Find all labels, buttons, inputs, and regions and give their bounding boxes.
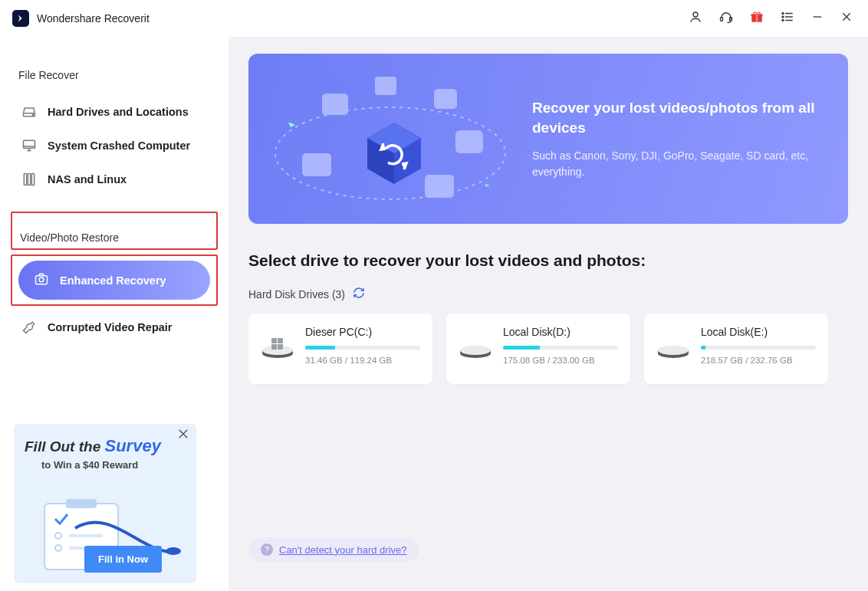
promo-cta-button[interactable]: Fill in Now (84, 546, 162, 573)
svg-point-57 (658, 346, 689, 355)
sidebar-item-drives[interactable]: Hard Drives and Locations (11, 95, 218, 129)
menu-list-icon[interactable] (781, 10, 794, 27)
sidebar-item-label: NAS and Linux (48, 173, 127, 186)
drive-usage-fill (305, 346, 335, 350)
drive-usage-fill (503, 346, 540, 350)
svg-point-16 (32, 114, 33, 115)
svg-rect-36 (302, 153, 331, 176)
svg-point-10 (782, 20, 784, 21)
gift-icon[interactable] (750, 10, 764, 27)
svg-rect-49 (278, 338, 283, 343)
minimize-button[interactable] (811, 11, 824, 26)
svg-point-0 (693, 12, 698, 17)
title-bar: Wondershare Recoverit (0, 0, 868, 37)
drive-size-text: 218.57 GB / 232.76 GB (701, 356, 816, 365)
drive-name: Local Disk(D:) (503, 326, 618, 338)
svg-point-25 (39, 277, 44, 282)
app-title: Wondershare Recoverit (37, 12, 150, 25)
banner-title: Recover your lost videos/photos from all… (532, 98, 817, 137)
banner-subtitle: Such as Canon, Sony, DJI, GoPro, Seagate… (532, 148, 817, 179)
sidebar-item-nas[interactable]: NAS and Linux (11, 163, 218, 196)
promo-close-icon[interactable] (176, 427, 190, 444)
drive-cards-row: Dieser PC(C:) 31.46 GB / 119.24 GB Local… (248, 314, 848, 384)
question-icon: ? (261, 543, 273, 556)
sidebar: File Recover Hard Drives and Locations S… (0, 37, 229, 591)
title-bar-right (689, 10, 853, 27)
svg-rect-21 (24, 174, 26, 186)
svg-rect-47 (278, 344, 283, 350)
drive-name: Local Disk(E:) (701, 326, 816, 338)
promo-subline: to Win a $40 Reward (25, 459, 186, 471)
hdd-icon (459, 329, 492, 360)
sidebar-item-crashed[interactable]: System Crashed Computer (11, 129, 218, 163)
promo-headline-accent: Survey (105, 436, 161, 455)
account-icon[interactable] (689, 10, 702, 27)
svg-rect-29 (66, 499, 97, 508)
main-heading: Select drive to recover your lost videos… (248, 251, 848, 270)
nas-icon (21, 172, 37, 187)
sidebar-item-label: Corrupted Video Repair (48, 321, 172, 333)
svg-rect-23 (31, 174, 34, 186)
svg-rect-5 (756, 14, 758, 22)
sidebar-item-label: Enhanced Recovery (60, 274, 166, 287)
drive-card-e[interactable]: Local Disk(E:) 218.57 GB / 232.76 GB (644, 314, 828, 384)
drives-section-header: Hard Disk Drives (3) (248, 287, 848, 301)
svg-rect-46 (271, 344, 277, 350)
camera-icon (34, 271, 49, 289)
svg-rect-1 (721, 18, 723, 21)
highlight-box-item: Enhanced Recovery (11, 254, 218, 306)
sidebar-item-label: Hard Drives and Locations (48, 106, 189, 118)
title-bar-left: Wondershare Recoverit (12, 10, 150, 27)
app-logo-icon (12, 10, 29, 27)
svg-point-8 (782, 16, 784, 18)
monitor-icon (21, 138, 37, 153)
promo-headline: Fill Out the Survey (25, 436, 186, 456)
svg-point-6 (782, 13, 784, 15)
drives-count-label: Hard Disk Drives (3) (248, 288, 345, 300)
sidebar-section-file: File Recover (11, 60, 218, 95)
hard-drive-icon (21, 104, 37, 120)
svg-rect-22 (28, 174, 30, 186)
hdd-os-icon (261, 329, 294, 360)
drive-usage-fill (701, 346, 705, 350)
cant-detect-link[interactable]: Can't detect your hard drive? (279, 544, 407, 556)
svg-rect-37 (322, 94, 348, 115)
promo-headline-prefix: Fill Out the (25, 438, 105, 455)
promo-card: Fill Out the Survey to Win a $40 Reward … (14, 424, 196, 583)
highlight-box-section: Video/Photo Restore (11, 212, 218, 250)
drive-card-c[interactable]: Dieser PC(C:) 31.46 GB / 119.24 GB (248, 314, 432, 384)
svg-point-34 (166, 547, 181, 555)
sidebar-item-corrupted-repair[interactable]: Corrupted Video Repair (11, 310, 218, 344)
footer-help-chip: ? Can't detect your hard drive? (248, 537, 419, 562)
hdd-icon (656, 329, 690, 360)
svg-rect-39 (434, 89, 457, 109)
banner-illustration (248, 54, 532, 224)
main-content: Recover your lost videos/photos from all… (229, 37, 868, 591)
svg-rect-40 (455, 130, 483, 153)
drive-card-d[interactable]: Local Disk(D:) 175.08 GB / 233.00 GB (446, 314, 630, 384)
sidebar-section-video: Video/Photo Restore (12, 213, 216, 248)
drive-size-text: 175.08 GB / 233.00 GB (503, 356, 618, 365)
sidebar-item-enhanced-recovery[interactable]: Enhanced Recovery (18, 261, 210, 300)
svg-rect-48 (271, 338, 277, 343)
sidebar-item-label: System Crashed Computer (48, 140, 190, 152)
svg-rect-41 (425, 175, 454, 198)
svg-rect-38 (375, 77, 396, 95)
drive-usage-bar (701, 346, 816, 350)
headset-icon[interactable] (719, 10, 733, 27)
drive-size-text: 31.46 GB / 119.24 GB (305, 356, 420, 365)
drive-usage-bar (305, 346, 420, 350)
drive-usage-bar (503, 346, 618, 350)
hero-banner: Recover your lost videos/photos from all… (248, 54, 848, 224)
refresh-icon[interactable] (353, 287, 365, 301)
svg-point-53 (460, 346, 491, 355)
drive-name: Dieser PC(C:) (305, 326, 420, 338)
wrench-icon (21, 320, 37, 335)
close-button[interactable] (840, 11, 853, 26)
svg-rect-17 (24, 140, 35, 148)
